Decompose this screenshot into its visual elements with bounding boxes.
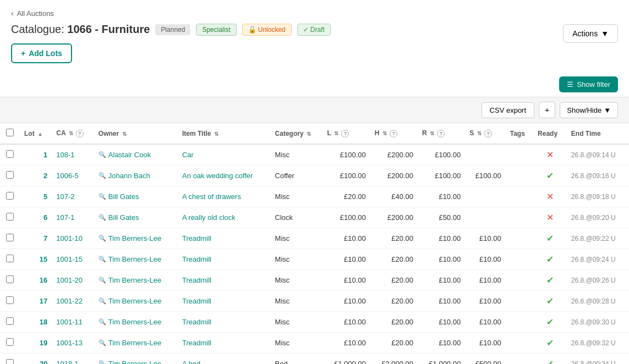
item-title[interactable]: An oak wedding coffer <box>178 166 271 186</box>
row-checkbox[interactable] <box>6 338 14 346</box>
item-title[interactable]: Treadmill <box>178 312 271 333</box>
ca-value[interactable]: 107-2 <box>52 186 94 207</box>
search-icon: 🔍 <box>99 151 106 158</box>
row-checkbox-cell[interactable] <box>0 186 20 207</box>
row-checkbox-cell[interactable] <box>0 291 20 312</box>
item-title[interactable]: Treadmill <box>178 249 271 270</box>
row-checkbox[interactable] <box>6 234 14 241</box>
row-checkbox[interactable] <box>6 150 14 158</box>
row-checkbox[interactable] <box>6 192 14 200</box>
ca-value[interactable]: 108-1 <box>52 144 94 166</box>
ca-value[interactable]: 1001-13 <box>52 333 94 354</box>
help-icon[interactable]: ? <box>437 130 445 137</box>
item-title[interactable]: Car <box>178 144 271 166</box>
ca-value[interactable]: 1001-11 <box>52 312 94 333</box>
col-h[interactable]: H ⇅ ? <box>370 123 418 144</box>
owner-cell[interactable]: 🔍 Tim Berners-Lee <box>94 249 178 270</box>
row-checkbox[interactable] <box>6 359 14 364</box>
owner-cell[interactable]: 🔍 Bill Gates <box>94 207 178 228</box>
select-all-header[interactable] <box>0 123 20 144</box>
owner-cell[interactable]: 🔍 Bill Gates <box>94 186 178 207</box>
item-title[interactable]: Treadmill <box>178 228 271 249</box>
col-ready: Ready <box>533 123 567 144</box>
row-checkbox-cell[interactable] <box>0 270 20 291</box>
r-value: £10.00 <box>418 186 465 207</box>
csv-export-button[interactable]: CSV export <box>482 102 534 118</box>
col-lot[interactable]: Lot ▲ <box>20 123 52 144</box>
s-value: £10.00 <box>465 291 506 312</box>
select-all-checkbox[interactable] <box>6 129 14 136</box>
ca-value[interactable]: 1001-22 <box>52 291 94 312</box>
col-ca[interactable]: CA ⇅ ? <box>52 123 94 144</box>
col-l[interactable]: L ⇅ ? <box>323 123 370 144</box>
row-checkbox[interactable] <box>6 317 14 325</box>
row-checkbox-cell[interactable] <box>0 166 20 186</box>
add-row-button[interactable]: + <box>539 102 555 118</box>
owner-cell[interactable]: 🔍 Tim Berners-Lee <box>94 354 178 365</box>
lot-number[interactable]: 20 <box>20 354 52 365</box>
lot-number[interactable]: 15 <box>20 249 52 270</box>
search-icon: 🔍 <box>99 360 106 364</box>
item-title[interactable]: A chest of drawers <box>178 186 271 207</box>
catalogue-prefix: Catalogue: <box>11 23 64 35</box>
s-value <box>465 207 506 228</box>
lot-number[interactable]: 2 <box>20 166 52 186</box>
table-row: 17 1001-22 🔍 Tim Berners-Lee Treadmill M… <box>0 291 629 312</box>
item-title[interactable]: Treadmill <box>178 270 271 291</box>
col-r[interactable]: R ⇅ ? <box>418 123 465 144</box>
item-title[interactable]: Treadmill <box>178 333 271 354</box>
row-checkbox-cell[interactable] <box>0 333 20 354</box>
col-s[interactable]: S ⇅ ? <box>465 123 506 144</box>
h-value: £20.00 <box>370 333 418 354</box>
row-checkbox-cell[interactable] <box>0 228 20 249</box>
show-hide-button[interactable]: Show/Hide ▼ <box>560 102 618 118</box>
lot-number[interactable]: 5 <box>20 186 52 207</box>
owner-cell[interactable]: 🔍 Tim Berners-Lee <box>94 312 178 333</box>
ca-value[interactable]: 1001-10 <box>52 228 94 249</box>
ca-value[interactable]: 1018-1 <box>52 354 94 365</box>
actions-button[interactable]: Actions ▼ <box>563 24 618 43</box>
lot-number[interactable]: 19 <box>20 333 52 354</box>
row-checkbox-cell[interactable] <box>0 312 20 333</box>
row-checkbox-cell[interactable] <box>0 354 20 365</box>
owner-cell[interactable]: 🔍 Alastair Cook <box>94 144 178 166</box>
l-value: £10.00 <box>323 333 370 354</box>
help-icon[interactable]: ? <box>341 130 349 137</box>
lot-number[interactable]: 16 <box>20 270 52 291</box>
lot-number[interactable]: 6 <box>20 207 52 228</box>
lot-number[interactable]: 18 <box>20 312 52 333</box>
owner-cell[interactable]: 🔍 Johann Bach <box>94 166 178 186</box>
col-item-title[interactable]: Item Title ⇅ <box>178 123 271 144</box>
ca-value[interactable]: 1001-15 <box>52 249 94 270</box>
row-checkbox[interactable] <box>6 171 14 179</box>
help-icon[interactable]: ? <box>390 130 397 137</box>
col-owner[interactable]: Owner ⇅ <box>94 123 178 144</box>
row-checkbox[interactable] <box>6 275 14 283</box>
back-link[interactable]: ‹ All Auctions <box>11 9 618 18</box>
add-lots-button[interactable]: + Add Lots <box>11 43 72 63</box>
row-checkbox-cell[interactable] <box>0 207 20 228</box>
show-filter-button[interactable]: ☰ Show filter <box>559 76 618 92</box>
owner-cell[interactable]: 🔍 Tim Berners-Lee <box>94 270 178 291</box>
owner-cell[interactable]: 🔍 Tim Berners-Lee <box>94 228 178 249</box>
row-checkbox[interactable] <box>6 296 14 304</box>
ca-value[interactable]: 107-1 <box>52 207 94 228</box>
badge-specialist: Specialist <box>196 24 236 36</box>
row-checkbox[interactable] <box>6 213 14 220</box>
lot-number[interactable]: 7 <box>20 228 52 249</box>
ca-value[interactable]: 1001-20 <box>52 270 94 291</box>
item-title[interactable]: A really old clock <box>178 207 271 228</box>
row-checkbox-cell[interactable] <box>0 249 20 270</box>
owner-cell[interactable]: 🔍 Tim Berners-Lee <box>94 291 178 312</box>
owner-cell[interactable]: 🔍 Tim Berners-Lee <box>94 333 178 354</box>
lot-number[interactable]: 17 <box>20 291 52 312</box>
row-checkbox-cell[interactable] <box>0 144 20 166</box>
row-checkbox[interactable] <box>6 255 14 262</box>
lot-number[interactable]: 1 <box>20 144 52 166</box>
help-icon[interactable]: ? <box>484 130 492 137</box>
item-title[interactable]: A bed <box>178 354 271 365</box>
ca-value[interactable]: 1006-5 <box>52 166 94 186</box>
col-category[interactable]: Category ⇅ <box>271 123 323 144</box>
help-icon[interactable]: ? <box>76 130 84 137</box>
item-title[interactable]: Treadmill <box>178 291 271 312</box>
